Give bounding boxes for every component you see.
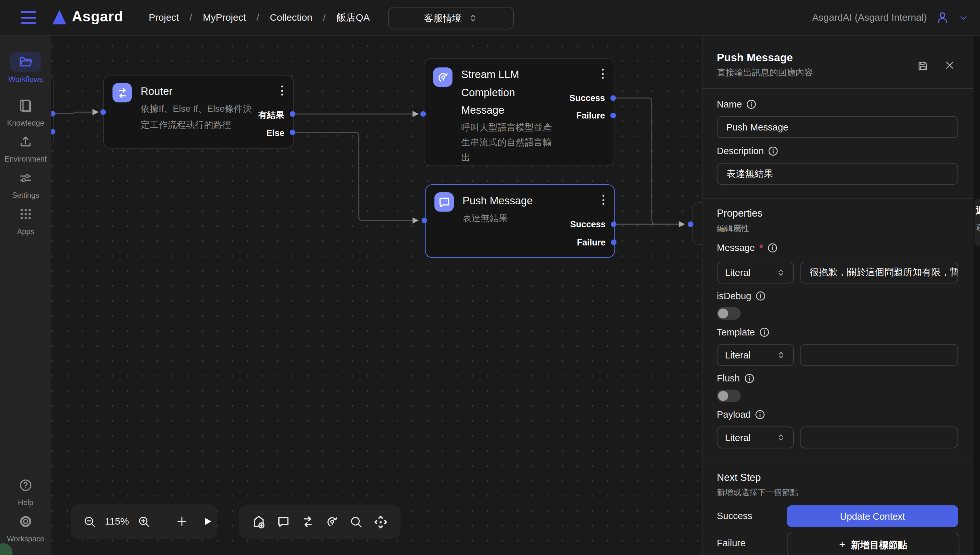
panel-title: Push Message	[717, 51, 793, 64]
plus-icon: +	[839, 539, 845, 552]
info-icon	[768, 242, 777, 253]
upload-icon	[18, 135, 33, 149]
sidebar: Workflows Knowledge Environment Settings…	[0, 35, 51, 555]
offscreen-left-node[interactable]	[51, 75, 54, 148]
help-icon	[18, 478, 33, 492]
sidebar-item-workflows[interactable]: Workflows	[0, 52, 51, 83]
router-node-icon[interactable]	[301, 515, 315, 529]
breadcrumb-workflow[interactable]: 飯店QA	[336, 11, 370, 24]
add-icon[interactable]	[175, 515, 188, 528]
output-port-label: Failure	[577, 237, 606, 247]
node-description: 表達無結果	[462, 210, 587, 226]
node-description: 依據If、Else If、Else條件決定工作流程執行的路徑	[141, 100, 261, 133]
template-input[interactable]	[800, 344, 958, 366]
app-window: Asgard Project / MyProject / Collection …	[0, 0, 980, 555]
breadcrumb-separator: /	[190, 12, 192, 23]
pan-move-icon[interactable]	[373, 514, 388, 529]
sidebar-item-help[interactable]: Help	[0, 475, 51, 507]
account-area[interactable]: AsgardAI (Asgard Internal)	[812, 0, 969, 35]
message-field-label: Message *	[717, 242, 777, 253]
save-icon[interactable]	[917, 60, 929, 72]
failure-row-label: Failure	[717, 537, 745, 548]
info-icon	[759, 327, 769, 337]
next-step-section-subtitle: 新增或選擇下一個節點	[717, 487, 798, 498]
zoom-toolbar: 115%	[71, 504, 217, 539]
breadcrumb-separator: /	[257, 12, 259, 23]
chat-bubble-icon	[434, 192, 454, 212]
breadcrumb-project[interactable]: Project	[149, 12, 179, 23]
output-port-label: 有結果	[258, 110, 284, 121]
chevron-down-icon[interactable]	[958, 12, 969, 23]
sidebar-label: Settings	[12, 191, 39, 200]
info-icon	[755, 409, 765, 419]
node-stream-llm[interactable]: Stream LLM Completion Message 呼叫大型語言模型並產…	[424, 58, 615, 166]
sidebar-item-knowledge[interactable]: Knowledge	[0, 96, 51, 127]
account-label: AsgardAI (Asgard Internal)	[812, 12, 927, 23]
info-icon	[768, 146, 778, 156]
add-node-icon[interactable]	[251, 514, 266, 529]
payload-field-label: Payload	[717, 409, 765, 420]
properties-section-subtitle: 編輯屬性	[717, 223, 749, 234]
hamburger-menu-icon[interactable]	[21, 11, 36, 24]
zoom-level: 115%	[104, 516, 130, 527]
breadcrumb-collection[interactable]: Collection	[270, 12, 312, 23]
template-field-label: Template	[717, 327, 769, 337]
book-icon	[18, 98, 33, 113]
gear-icon	[18, 514, 33, 529]
run-play-icon[interactable]	[202, 516, 213, 527]
llm-icon	[433, 67, 452, 87]
update-context-button[interactable]: Update Context	[787, 505, 958, 527]
sidebar-item-settings[interactable]: Settings	[0, 168, 51, 200]
llm-node-icon[interactable]	[325, 515, 339, 529]
workflow-canvas[interactable]: Router 依據If、Else If、Else條件決定工作流程執行的路徑 有結…	[51, 35, 703, 555]
message-type-select[interactable]: Literal	[717, 261, 794, 283]
node-title: Push Message	[462, 192, 533, 210]
kebab-menu-icon[interactable]	[601, 194, 605, 206]
message-input[interactable]: 很抱歉，關於這個問題所知有限，暫	[800, 261, 958, 283]
flush-toggle[interactable]	[717, 390, 740, 402]
breadcrumb-myproject[interactable]: MyProject	[203, 12, 246, 23]
zoom-in-icon[interactable]	[137, 515, 150, 528]
node-title: Stream LLM Completion Message	[461, 66, 549, 119]
divider	[703, 88, 975, 89]
close-icon[interactable]	[945, 60, 955, 71]
node-push-message[interactable]: Push Message 表達無結果 Success Failure	[425, 184, 615, 258]
payload-input[interactable]	[800, 427, 958, 448]
sidebar-label: Apps	[17, 227, 34, 236]
sidebar-label: Help	[18, 498, 34, 507]
payload-type-select[interactable]: Literal	[717, 427, 794, 448]
message-node-icon[interactable]	[276, 515, 290, 529]
node-router[interactable]: Router 依據If、Else If、Else條件決定工作流程執行的路徑 有結…	[103, 75, 294, 149]
sidebar-item-apps[interactable]: Apps	[0, 204, 51, 236]
properties-section-title: Properties	[717, 208, 763, 219]
node-description: 呼叫大型語言模型並產生串流式的自然語言輸出	[461, 120, 556, 165]
name-input[interactable]: Push Message	[717, 116, 958, 138]
node-title: Router	[141, 83, 172, 101]
sidebar-item-workspace[interactable]: Workspace	[0, 511, 51, 543]
node-config-panel: Push Message 直接輸出訊息的回應內容 Name Push Messa…	[703, 35, 974, 555]
sliders-icon	[18, 170, 33, 185]
zoom-out-icon[interactable]	[83, 515, 96, 528]
brand-title: Asgard	[72, 8, 124, 25]
success-row-label: Success	[717, 510, 752, 521]
clipped-panel-subtitle: 返	[975, 223, 980, 233]
select-updown-icon	[776, 268, 785, 277]
kebab-menu-icon[interactable]	[280, 84, 285, 97]
clipped-secondary-panel: 返 返	[974, 35, 980, 555]
description-input[interactable]: 表達無結果	[717, 163, 958, 184]
sidebar-item-environment[interactable]: Environment	[0, 132, 51, 164]
info-icon	[756, 291, 766, 301]
search-icon[interactable]	[349, 515, 363, 528]
add-target-node-button[interactable]: + 新增目標節點	[787, 533, 959, 555]
template-type-select[interactable]: Literal	[717, 344, 794, 366]
output-port-label: Success	[570, 93, 605, 103]
next-step-section-title: Next Step	[717, 472, 761, 483]
clipped-target-node[interactable]	[692, 202, 703, 245]
kebab-menu-icon[interactable]	[600, 67, 605, 80]
environment-select[interactable]: 客服情境	[388, 7, 514, 29]
isdebug-toggle[interactable]	[717, 307, 740, 320]
user-icon[interactable]	[935, 10, 950, 25]
select-updown-icon	[468, 13, 478, 23]
clipped-panel-title: 返	[975, 205, 980, 217]
sidebar-label: Workflows	[8, 75, 43, 83]
